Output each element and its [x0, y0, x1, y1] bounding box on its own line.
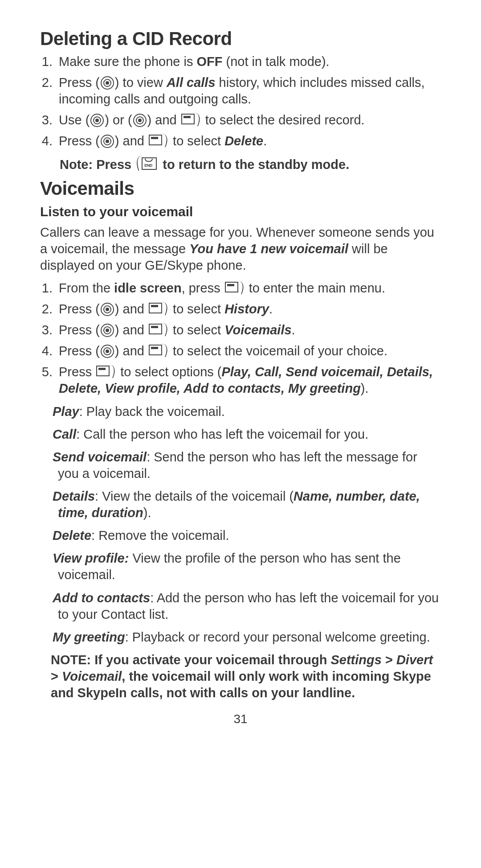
- text: to select: [169, 134, 224, 148]
- text: From the: [59, 281, 114, 295]
- text: Make sure the phone is: [59, 54, 197, 69]
- text: Press: [59, 344, 95, 358]
- option-my-greeting: My greeting: Playback or record your per…: [53, 629, 441, 646]
- desc: : View the details of the voicemail (: [95, 489, 293, 503]
- desc: : Remove the voicemail.: [91, 528, 229, 543]
- text: to select the desired record.: [202, 113, 365, 127]
- voicemail-options-list: Play: Play back the voicemail. Call: Cal…: [40, 403, 441, 646]
- text: Press: [59, 134, 95, 148]
- step-1: Make sure the phone is OFF (not in talk …: [56, 53, 441, 70]
- steps-voicemail: From the idle screen, press to enter the…: [40, 280, 441, 397]
- softkey-icon: [149, 323, 168, 337]
- step-4: Press () and to select the voicemail of …: [56, 343, 441, 359]
- option-call: Call: Call the person who has left the v…: [53, 426, 441, 443]
- text: Use: [59, 113, 86, 127]
- text: to view: [119, 75, 167, 90]
- softkey-icon: [225, 281, 245, 295]
- desc: : Play back the voicemail.: [79, 404, 225, 419]
- text: or: [109, 113, 128, 127]
- path-voicemail: Voicemail: [62, 669, 122, 683]
- text: Note: Press: [60, 157, 135, 172]
- nav-key-icon: [101, 324, 114, 337]
- text: (not in talk mode).: [223, 54, 330, 69]
- step-4: Press () and to select Delete.: [56, 133, 441, 149]
- text: .: [269, 302, 273, 316]
- option-send-voicemail: Send voicemail: Send the person who has …: [53, 449, 441, 482]
- text: Press: [59, 75, 95, 90]
- text: >: [382, 653, 396, 667]
- title: View profile:: [53, 551, 129, 565]
- step-1: From the idle screen, press to enter the…: [56, 280, 441, 296]
- step-2: Press () to view All calls history, whic…: [56, 74, 441, 107]
- text-voicemails: Voicemails: [224, 323, 291, 337]
- nav-key-icon: [90, 114, 104, 127]
- step-2: Press () and to select History.: [56, 301, 441, 317]
- softkey-icon: [149, 344, 168, 358]
- option-view-profile: View profile: View the profile of the pe…: [53, 550, 441, 583]
- heading-voicemails: Voicemails: [40, 177, 441, 201]
- subheading-listen: Listen to your voicemail: [40, 203, 441, 220]
- steps-deleting-cid: Make sure the phone is OFF (not in talk …: [40, 53, 441, 150]
- text: .: [263, 134, 267, 148]
- text: Press: [59, 323, 95, 337]
- text: to select the voicemail of your choice.: [169, 344, 387, 358]
- option-add-to-contacts: Add to contacts: Add the person who has …: [53, 590, 441, 623]
- nav-key-icon: [133, 114, 147, 127]
- text: >: [51, 669, 62, 683]
- text: and: [119, 344, 148, 358]
- softkey-icon: [181, 113, 201, 127]
- text-off: OFF: [197, 54, 223, 69]
- text: and: [119, 302, 148, 316]
- desc: : Playback or record your personal welco…: [125, 630, 430, 644]
- text: Press: [59, 302, 95, 316]
- note-standby: Note: Press END to return to the standby…: [60, 156, 441, 173]
- title: Play: [53, 404, 79, 419]
- intro-voicemail: Callers can leave a message for you. Whe…: [40, 224, 441, 274]
- desc: ).: [143, 506, 151, 520]
- desc: : Call the person who has left the voice…: [76, 427, 368, 441]
- text-history: History: [224, 302, 269, 316]
- title: Add to contacts: [53, 591, 150, 605]
- nav-key-icon: [101, 76, 114, 90]
- step-3: Use () or () and to select the desired r…: [56, 112, 441, 128]
- text: NOTE: If you activate your voicemail thr…: [51, 653, 330, 667]
- text: to select: [169, 302, 224, 316]
- nav-key-icon: [101, 135, 114, 148]
- title: Delete: [53, 528, 91, 543]
- option-delete: Delete: Remove the voicemail.: [53, 527, 441, 544]
- title: Send voicemail: [53, 450, 147, 464]
- step-5: Press to select options (Play, Call, Sen…: [56, 364, 441, 397]
- title: My greeting: [53, 630, 125, 644]
- text: to return to the standby mode.: [159, 157, 349, 172]
- text-newvoicemail: You have 1 new voicemail: [189, 242, 348, 256]
- text: and: [151, 113, 180, 127]
- softkey-icon: [149, 302, 168, 316]
- nav-key-icon: [101, 345, 114, 358]
- text: .: [292, 323, 295, 337]
- text-idle: idle screen: [114, 281, 182, 295]
- softkey-icon: [149, 134, 168, 148]
- heading-deleting-cid: Deleting a CID Record: [40, 27, 441, 51]
- text-delete: Delete: [224, 134, 263, 148]
- path-divert: Divert: [396, 653, 433, 667]
- text: to enter the main menu.: [245, 281, 385, 295]
- end-key-icon: END: [136, 156, 158, 172]
- text: , press: [182, 281, 224, 295]
- note-voicemail-landline: NOTE: If you activate your voicemail thr…: [40, 652, 441, 701]
- path-settings: Settings: [330, 653, 381, 667]
- text: and: [119, 323, 148, 337]
- title: Call: [53, 427, 76, 441]
- title: Details: [53, 489, 95, 503]
- text-allcalls: All calls: [167, 75, 216, 90]
- text: and: [119, 134, 148, 148]
- softkey-icon: [96, 365, 116, 379]
- text: history, which includes missed calls, in…: [59, 75, 425, 106]
- text: ).: [361, 381, 369, 395]
- text: to select options (: [117, 365, 221, 379]
- step-3: Press () and to select Voicemails.: [56, 322, 441, 338]
- nav-key-icon: [101, 303, 114, 316]
- text: to select: [169, 323, 224, 337]
- page-number: 31: [40, 711, 441, 727]
- option-details: Details: View the details of the voicema…: [53, 488, 441, 521]
- text: Press: [59, 365, 95, 379]
